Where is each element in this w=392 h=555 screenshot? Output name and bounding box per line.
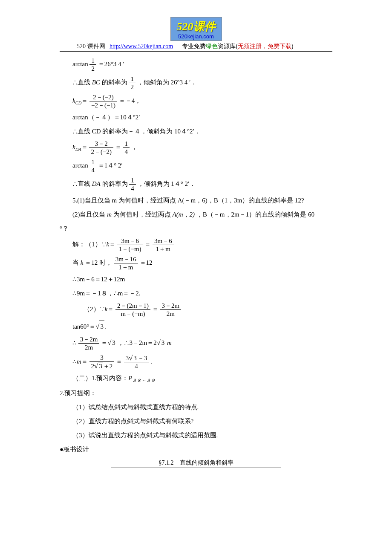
text: ＝ <box>115 144 121 150</box>
desc-end: ) <box>291 43 294 49</box>
fraction: 3 23＋2 <box>89 354 115 370</box>
text: ar <box>72 61 78 67</box>
text-line: 2.预习提纲： <box>60 387 332 399</box>
subscript: DA <box>75 147 81 152</box>
header-separator <box>60 51 332 52</box>
desc-green: 绿色 <box>206 43 218 49</box>
text-line: °？ <box>60 223 332 234</box>
text: ∴直线 <box>72 180 90 187</box>
text: ∴直线 CD 的斜率为－４，倾斜角为 10４°2′． <box>72 128 201 135</box>
math-line: kCD＝ 2－(−2)−2－(−1) ＝－4， <box>72 93 332 109</box>
text: ，倾斜角为 1４° 2′． <box>138 180 196 187</box>
text: . <box>150 358 152 365</box>
text: k <box>81 259 84 266</box>
text: （二）1.预习内容： <box>72 375 128 382</box>
text-line: ∴3m－6＝12＋12m <box>72 274 332 285</box>
text: ＝－4， <box>119 97 141 104</box>
text: ar <box>72 114 78 121</box>
logo-block: 520课件 520kejian.com <box>60 17 332 41</box>
text: k <box>72 97 75 104</box>
math-line: ∴m＝ 3 23＋2 ＝ 33－3 4 . <box>72 354 332 370</box>
text: （2）直线方程的点斜式与斜截式有何联系? <box>72 418 193 425</box>
text: ＝ <box>116 358 122 365</box>
text: ＝26°3 4 ′ <box>98 61 124 67</box>
sqrt: 3 <box>95 320 104 333</box>
math-line: 解：（1）∵k＝ 3m－61－(−m) ＝ 3m－61＋m <box>72 237 332 253</box>
text-line: 5.(1)当且仅当 m 为何值时，经过两点 A(－m，6)，B（1，3m）的直线… <box>72 195 332 206</box>
text: DA <box>92 180 101 187</box>
fraction: 14 <box>129 176 136 192</box>
desc-red: 无须注册，免费下载 <box>238 43 291 49</box>
math-line: arctan（－４）＝10４°2′ <box>72 112 332 123</box>
math-line: kDA＝ 3－22－(−2) ＝ 14 ， <box>72 140 332 156</box>
text: ＝12 时， <box>85 259 112 266</box>
text: 当 <box>72 259 79 266</box>
text: 2.预习提纲： <box>60 390 96 396</box>
document-body: arctan 12 ＝26°3 4 ′ ∴直线 BC 的斜率为 12 ，倾斜角为… <box>60 57 332 468</box>
text: ＝ <box>81 97 88 104</box>
text-line: (2)当且仅当 m 为何值时，经过两点 A(m，2) ，B（－m，2m－1）的直… <box>72 209 332 220</box>
text: m <box>77 358 81 365</box>
site-url-link[interactable]: http://www.520kejian.com <box>110 43 173 49</box>
fraction: 3－2m2m <box>78 335 100 351</box>
fraction: 3m－61－(−m) <box>117 237 143 253</box>
text-line: ●板书设计 <box>60 444 332 455</box>
fraction: 3m－61＋m <box>153 237 174 253</box>
text: ，B（－m，2m－1）的直线的倾斜角是 60 <box>196 211 314 218</box>
math-line: 当 k ＝12 时， 3m－161＋m ＝12 <box>72 255 332 271</box>
text: ，倾斜角为 26°3 4 ′． <box>137 79 197 86</box>
math-line: arctan 14 ＝1４° 2′ <box>72 158 332 174</box>
text: ∴直线 <box>72 79 90 86</box>
fraction: 12 <box>89 57 96 72</box>
fraction: 14 <box>89 158 96 174</box>
text: ＝ <box>81 144 88 150</box>
header-line: 520 课件网 http://www.520kejian.com 专业免费绿色资… <box>77 43 332 50</box>
subscript: ３８～３９ <box>132 378 156 383</box>
text: 为何值时，经过两点 <box>113 211 171 218</box>
text: ar <box>72 162 78 169</box>
math-line: ∴ 3－2m2m ＝3 ，∴3－2m＝23 m <box>72 335 332 351</box>
text: 的斜率为 <box>102 180 128 187</box>
logo: 520课件 520kejian.com <box>170 17 222 41</box>
fraction: 33－3 4 <box>124 354 149 370</box>
desc-mid: 资源库( <box>218 43 238 49</box>
board-cell: §7.1.2 直线的倾斜角和斜率 <box>111 458 281 468</box>
text: tan <box>80 61 88 67</box>
text: k <box>72 144 75 150</box>
text: ＝ <box>109 241 115 248</box>
text: m <box>107 211 112 218</box>
text: （3）试说出直线方程的点斜式与斜截式的适用范围. <box>72 432 218 439</box>
math-line: （2）∵k＝ 2－(2m－1)m－(−m) ＝ 3－2m2m <box>84 302 332 318</box>
text: 的斜率为 <box>102 79 127 86</box>
text-line: （1）试总结点斜式与斜截式直线方程的特点. <box>72 402 332 413</box>
text: . <box>104 323 106 330</box>
logo-sub-text: 520kejian.com <box>177 33 216 40</box>
fraction: 12 <box>129 75 135 91</box>
text: 解：（1）∵ <box>72 241 107 248</box>
fraction: 2－(2m－1)m－(−m) <box>115 302 150 318</box>
sqrt: 3 <box>157 336 166 349</box>
fraction: 3－2m2m <box>160 302 182 318</box>
text: m <box>167 339 172 346</box>
text: ＝12 <box>140 259 153 266</box>
math-line: ∴直线 BC 的斜率为 12 ，倾斜角为 26°3 4 ′． <box>72 75 332 91</box>
text: ＝ <box>81 358 88 365</box>
text: （1）试总结点斜式与斜截式直线方程的特点. <box>72 404 199 410</box>
text: (2)当且仅当 <box>72 211 106 218</box>
math-line: ∴直线 DA 的斜率为 14 ，倾斜角为 1４° 2′． <box>72 176 332 192</box>
text: ∴9m＝－1８，∴m＝－2. <box>72 290 141 297</box>
fraction: 14 <box>123 140 130 156</box>
text: °？ <box>60 225 69 232</box>
text: 5.(1)当且仅当 m 为何值时，经过两点 A(－m，6)，B（1，3m）的直线… <box>72 197 304 204</box>
fraction: 2－(−2)−2－(−1) <box>89 93 117 109</box>
text-line: （2）直线方程的点斜式与斜截式有何联系? <box>72 416 332 427</box>
text: ，∴3－2m＝2 <box>118 339 156 346</box>
fraction: 3－22－(−2) <box>89 140 113 156</box>
math-line: arctan 12 ＝26°3 4 ′ <box>72 57 332 72</box>
board-design-table: §7.1.2 直线的倾斜角和斜率 <box>111 458 281 468</box>
text: ∴3m－6＝12＋12m <box>72 276 125 283</box>
text: ∴ <box>72 339 77 346</box>
text: ∴ <box>72 358 77 365</box>
subscript: CD <box>75 101 82 105</box>
text: （2）∵ <box>84 306 105 312</box>
